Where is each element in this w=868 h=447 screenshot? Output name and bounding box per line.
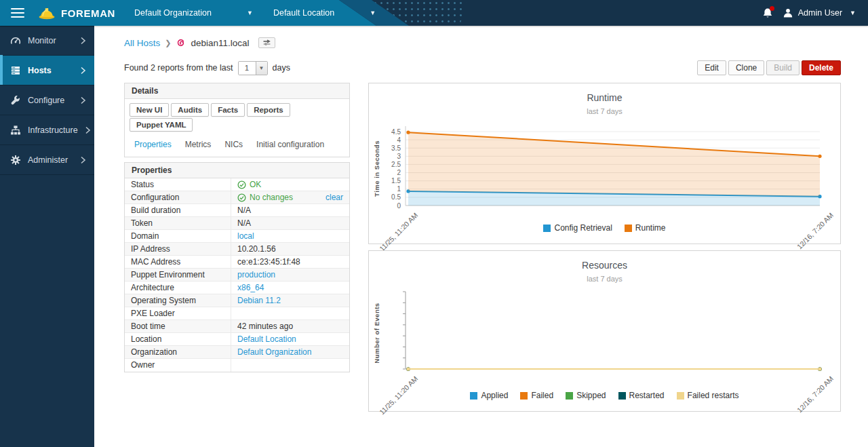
- svg-text:1.5: 1.5: [391, 177, 401, 184]
- svg-text:0.5: 0.5: [391, 193, 401, 201]
- legend-item[interactable]: Runtime: [625, 223, 666, 233]
- property-value: [231, 307, 349, 319]
- legend-item[interactable]: Config Retrieval: [543, 223, 612, 233]
- property-value: local: [231, 230, 349, 242]
- property-row: Boot time42 minutes ago: [125, 320, 349, 333]
- property-value-link[interactable]: Debian 11.2: [237, 296, 281, 305]
- sidebar-item-label: Hosts: [28, 66, 52, 75]
- user-menu-label: Admin User: [798, 8, 842, 18]
- property-value-link[interactable]: x86_64: [237, 283, 264, 292]
- breadcrumb-all-hosts-link[interactable]: All Hosts: [124, 38, 160, 48]
- organization-dropdown[interactable]: Default Organization ▼: [134, 8, 253, 18]
- legend-item[interactable]: Applied: [470, 391, 508, 400]
- new-ui-button[interactable]: New UI: [130, 103, 169, 117]
- svg-text:Time in Seconds: Time in Seconds: [373, 140, 380, 197]
- runtime-chart-panel: Runtimelast 7 days00.511.522.533.544.5Ti…: [368, 83, 841, 244]
- legend-label: Applied: [481, 391, 508, 400]
- build-button[interactable]: Build: [766, 60, 800, 75]
- resources-chart-panel: Resourceslast 7 daysNumber of Events11/2…: [368, 250, 841, 412]
- legend-item[interactable]: Skipped: [566, 391, 606, 400]
- property-label: Operating System: [125, 294, 231, 307]
- property-value-link[interactable]: Default Location: [237, 334, 296, 344]
- property-row: Operating SystemDebian 11.2: [125, 294, 349, 307]
- tab-metrics[interactable]: Metrics: [178, 138, 218, 151]
- days-select[interactable]: 1 ▼: [238, 61, 268, 75]
- user-menu[interactable]: Admin User ▼: [783, 7, 856, 18]
- property-value: OK: [231, 178, 349, 191]
- switch-arrows-icon: [262, 39, 271, 46]
- property-label: Puppet Environment: [125, 269, 231, 281]
- property-label: Build duration: [125, 204, 231, 216]
- wrench-icon: [10, 95, 21, 106]
- property-value: No changesclear: [231, 191, 349, 203]
- sidebar-item-infrastructure[interactable]: Infrastructure: [0, 115, 94, 145]
- property-label: Configuration: [125, 191, 231, 203]
- property-value-link[interactable]: local: [237, 231, 254, 241]
- property-value-link[interactable]: Default Organization: [237, 347, 311, 357]
- property-row: MAC Addressce:e1:23:45:1f:48: [125, 256, 349, 269]
- legend-item[interactable]: Failed: [520, 391, 553, 400]
- property-value: Debian 11.2: [231, 294, 349, 307]
- sidebar-item-hosts[interactable]: Hosts: [0, 56, 94, 85]
- property-value-text: N/A: [237, 218, 251, 228]
- property-label: Domain: [125, 230, 231, 242]
- user-icon: [783, 7, 793, 18]
- sidebar-item-monitor[interactable]: Monitor: [0, 26, 94, 56]
- edit-button[interactable]: Edit: [697, 60, 726, 75]
- main-content: All Hosts ❯ debian11.local Found 2 repor…: [94, 26, 868, 412]
- sidebar-item-label: Infrastructure: [28, 125, 78, 135]
- tab-nics[interactable]: NICs: [218, 138, 250, 151]
- property-row: TokenN/A: [125, 217, 349, 230]
- notifications-button[interactable]: [762, 7, 773, 19]
- location-dropdown-label: Default Location: [273, 8, 334, 18]
- property-row: Architecturex86_64: [125, 281, 349, 294]
- chart-legend: Config RetrievalRuntime: [369, 223, 840, 233]
- legend-label: Runtime: [635, 223, 666, 233]
- legend-label: Failed restarts: [688, 391, 739, 400]
- chevron-down-icon: ▼: [256, 62, 267, 75]
- clear-link[interactable]: clear: [326, 193, 343, 202]
- legend-label: Restarted: [629, 391, 665, 400]
- hardhat-icon: [38, 6, 56, 20]
- facts-button[interactable]: Facts: [211, 103, 245, 117]
- delete-button[interactable]: Delete: [802, 60, 841, 75]
- property-value: x86_64: [231, 281, 349, 294]
- host-switcher-button[interactable]: [258, 37, 275, 48]
- legend-item[interactable]: Failed restarts: [677, 391, 739, 400]
- reports-text-prefix: Found 2 reports from the last: [124, 63, 233, 73]
- brand-name: FOREMAN: [61, 7, 115, 19]
- organization-dropdown-label: Default Organization: [134, 8, 212, 18]
- property-row: ConfigurationNo changesclear: [125, 191, 349, 204]
- clone-button[interactable]: Clone: [728, 60, 764, 75]
- debian-swirl-icon: [176, 38, 186, 48]
- chevron-down-icon: ▼: [370, 9, 376, 16]
- location-dropdown[interactable]: Default Location ▼: [273, 8, 376, 18]
- check-circle-icon: [237, 180, 246, 189]
- property-label: Architecture: [125, 281, 231, 294]
- sidebar-item-configure[interactable]: Configure: [0, 85, 94, 115]
- tab-properties[interactable]: Properties: [127, 138, 178, 151]
- notification-badge: [770, 6, 774, 11]
- property-row: OrganizationDefault Organization: [125, 346, 349, 359]
- svg-text:3: 3: [397, 153, 401, 160]
- puppet-yaml-button[interactable]: Puppet YAML: [130, 118, 193, 132]
- audits-button[interactable]: Audits: [171, 103, 209, 117]
- svg-text:2: 2: [397, 169, 401, 176]
- legend-swatch: [520, 392, 528, 400]
- property-row: LocationDefault Location: [125, 333, 349, 346]
- property-value-text: N/A: [237, 206, 251, 215]
- svg-text:1: 1: [397, 185, 401, 193]
- reports-button[interactable]: Reports: [247, 103, 290, 117]
- property-value: Default Organization: [231, 346, 349, 358]
- property-value-link[interactable]: production: [237, 270, 275, 279]
- property-label: IP Address: [125, 243, 231, 255]
- property-value-text: 10.20.1.56: [237, 244, 276, 254]
- legend-swatch: [618, 392, 626, 400]
- host-action-buttons: Edit Clone Build Delete: [695, 60, 841, 75]
- legend-item[interactable]: Restarted: [618, 391, 665, 400]
- sidebar-item-administer[interactable]: Administer: [0, 145, 94, 175]
- tab-initial-configuration[interactable]: Initial configuration: [250, 138, 331, 151]
- hamburger-menu-icon[interactable]: [11, 8, 24, 18]
- gauge-icon: [10, 35, 21, 46]
- foreman-logo[interactable]: FOREMAN: [38, 6, 115, 20]
